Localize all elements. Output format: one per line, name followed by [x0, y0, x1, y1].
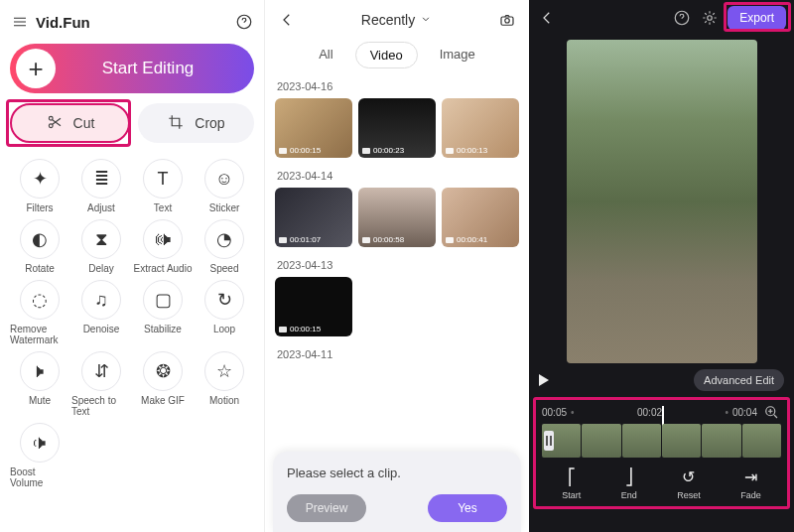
plus-icon: +: [16, 49, 56, 88]
duration-label: 00:00:41: [446, 235, 487, 244]
tool-icon: 🕪: [143, 219, 183, 259]
editor-help-icon[interactable]: [672, 8, 692, 28]
advanced-edit-button[interactable]: Advanced Edit: [694, 369, 784, 391]
tool-speech-to-text[interactable]: ⇵Speech to Text: [71, 351, 131, 417]
timeline-strip[interactable]: [542, 424, 781, 458]
tool-filters[interactable]: ✦Filters: [10, 159, 69, 213]
tool-icon: ☺: [204, 159, 244, 199]
time-left: 00:05: [542, 407, 567, 418]
settings-icon[interactable]: [700, 8, 720, 28]
tool-remove-watermark[interactable]: ◌Remove Watermark: [10, 280, 69, 345]
yes-button[interactable]: Yes: [428, 494, 507, 522]
date-label: 2023-04-14: [265, 166, 529, 188]
tool-motion[interactable]: ☆Motion: [195, 351, 254, 417]
tool-icon: ⧗: [81, 219, 121, 259]
duration-label: 00:00:15: [279, 325, 321, 333]
date-label: 2023-04-16: [265, 76, 529, 98]
time-current: 00:02: [579, 407, 722, 418]
svg-point-1: [49, 116, 53, 120]
tool-icon: ◔: [204, 219, 244, 259]
tool-icon: ✦: [20, 159, 60, 199]
date-label: 2023-04-11: [265, 344, 529, 366]
tool-icon: T: [143, 159, 183, 199]
tool-icon: ⇵: [81, 351, 121, 391]
tool-extract-audio[interactable]: 🕪Extract Audio: [133, 219, 193, 274]
tab-image[interactable]: Image: [426, 42, 489, 68]
trim-start[interactable]: ⎡Start: [562, 467, 581, 500]
video-icon: [362, 237, 370, 243]
help-icon[interactable]: [234, 12, 254, 32]
video-thumbnail[interactable]: 00:00:58: [358, 188, 436, 247]
video-icon: [279, 148, 287, 154]
dialog-message: Please select a clip.: [287, 466, 507, 480]
svg-point-4: [505, 19, 510, 24]
tool-denoise[interactable]: ♫Denoise: [71, 280, 131, 345]
tool-icon: 🕩: [20, 423, 60, 463]
tool-icon: ☆: [204, 351, 244, 391]
crop-icon: [167, 113, 185, 134]
tool-icon: ▢: [143, 280, 183, 320]
tool-speed[interactable]: ◔Speed: [195, 219, 254, 274]
tool-icon: ◐: [20, 219, 60, 259]
tool-text[interactable]: TText: [133, 159, 193, 213]
duration-label: 00:00:13: [446, 146, 487, 155]
video-icon: [279, 237, 287, 243]
trim-reset[interactable]: ↺Reset: [677, 467, 701, 500]
start-editing-button[interactable]: + Start Editing: [10, 44, 254, 93]
camera-icon[interactable]: [497, 10, 517, 30]
back-icon[interactable]: [277, 10, 297, 30]
video-thumbnail[interactable]: 00:00:13: [442, 98, 519, 158]
svg-point-2: [49, 123, 53, 127]
export-button[interactable]: Export: [728, 6, 786, 30]
highlight-timeline: 00:05 • 00:02 • 00:04 ⎡Start⎦End↺Reset⇥F…: [533, 397, 790, 509]
tool-icon: ♫: [81, 280, 121, 320]
video-preview[interactable]: [567, 40, 757, 363]
menu-icon[interactable]: [10, 12, 30, 32]
app-brand: Vid.Fun: [36, 14, 228, 31]
duration-label: 00:00:15: [279, 146, 321, 155]
zoom-icon[interactable]: [761, 402, 781, 422]
tool-make-gif[interactable]: ❂Make GIF: [133, 351, 193, 417]
tool-icon: ◌: [20, 280, 60, 320]
tab-all[interactable]: All: [305, 42, 346, 68]
video-thumbnail[interactable]: 00:00:23: [358, 98, 436, 158]
video-thumbnail[interactable]: 00:00:41: [442, 188, 519, 247]
crop-button[interactable]: Crop: [138, 103, 254, 143]
tool-stabilize[interactable]: ▢Stabilize: [133, 280, 193, 345]
trim-handle[interactable]: [544, 431, 554, 451]
trim-end[interactable]: ⎦End: [621, 467, 637, 500]
editor-back-icon[interactable]: [537, 8, 557, 28]
video-icon: [279, 327, 287, 332]
video-thumbnail[interactable]: 00:00:15: [275, 277, 352, 336]
play-button[interactable]: [539, 374, 549, 386]
tool-mute[interactable]: 🕨Mute: [10, 351, 69, 417]
tool-icon: 🕨: [20, 351, 60, 391]
video-icon: [446, 237, 454, 243]
video-thumbnail[interactable]: 00:00:15: [275, 98, 352, 158]
time-right: 00:04: [732, 407, 757, 418]
scissors-icon: [46, 113, 64, 134]
tool-rotate[interactable]: ◐Rotate: [10, 219, 69, 274]
tool-delay[interactable]: ⧗Delay: [71, 219, 131, 274]
cut-button[interactable]: Cut: [10, 103, 130, 143]
preview-button[interactable]: Preview: [287, 494, 366, 522]
svg-point-6: [708, 16, 713, 21]
tool-sticker[interactable]: ☺Sticker: [195, 159, 254, 213]
tool-icon: ❂: [143, 351, 183, 391]
tool-adjust[interactable]: ≣Adjust: [71, 159, 131, 213]
duration-label: 00:00:23: [362, 146, 404, 155]
tool-icon: ≣: [81, 159, 121, 199]
tool-icon: ↻: [204, 280, 244, 320]
date-label: 2023-04-13: [265, 255, 529, 277]
tab-video[interactable]: Video: [355, 42, 418, 68]
trim-fade[interactable]: ⇥Fade: [740, 467, 761, 500]
tool-boost-volume[interactable]: 🕩Boost Volume: [10, 423, 69, 488]
select-clip-dialog: Please select a clip. Preview Yes: [273, 452, 521, 532]
video-thumbnail[interactable]: 00:01:07: [275, 188, 352, 247]
sort-dropdown[interactable]: Recently: [305, 12, 489, 29]
video-icon: [362, 148, 370, 154]
duration-label: 00:00:58: [362, 235, 404, 244]
chevron-down-icon: [419, 12, 433, 29]
tool-loop[interactable]: ↻Loop: [195, 280, 254, 345]
duration-label: 00:01:07: [279, 235, 321, 244]
